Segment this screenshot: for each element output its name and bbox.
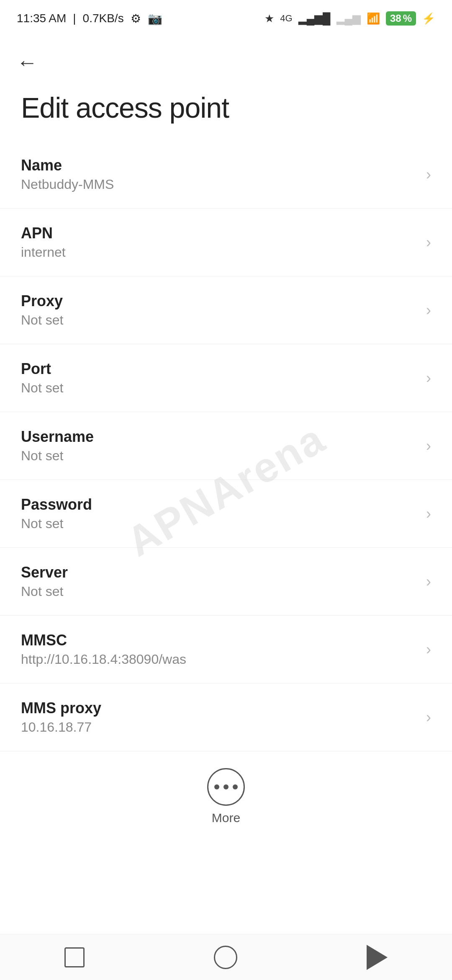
battery-percent: 38 xyxy=(390,13,401,24)
settings-item-title-mmsc: MMSC xyxy=(21,632,418,649)
chevron-right-icon-name: › xyxy=(426,166,431,183)
more-dots-icon xyxy=(214,784,238,789)
nav-home-button[interactable] xyxy=(214,946,237,969)
status-bar: 11:35 AM | 0.7KB/s ⚙ 📷 ★ 4G ▂▄▆█ ▂▄▆ 📶 3… xyxy=(0,0,452,34)
status-right: ★ 4G ▂▄▆█ ▂▄▆ 📶 38 % ⚡ xyxy=(265,11,435,26)
settings-item-title-server: Server xyxy=(21,564,418,581)
more-section: More xyxy=(0,751,452,846)
settings-item-content-apn: APN internet xyxy=(21,224,418,260)
settings-item-content-proxy: Proxy Not set xyxy=(21,292,418,328)
chevron-right-icon-proxy: › xyxy=(426,302,431,319)
signal2-icon: ▂▄▆ xyxy=(336,12,361,25)
data-speed: 0.7KB/s xyxy=(83,12,124,25)
nav-back-button[interactable] xyxy=(367,945,388,970)
settings-item-content-username: Username Not set xyxy=(21,428,418,464)
recents-icon xyxy=(64,947,85,967)
settings-item-content-server: Server Not set xyxy=(21,564,418,599)
settings-item-title-name: Name xyxy=(21,157,418,174)
settings-item-content-password: Password Not set xyxy=(21,496,418,531)
settings-item-content-mmsc: MMSC http://10.16.18.4:38090/was xyxy=(21,632,418,667)
settings-item-title-mms_proxy: MMS proxy xyxy=(21,699,418,717)
nav-recents-button[interactable] xyxy=(64,947,85,967)
settings-item-content-mms_proxy: MMS proxy 10.16.18.77 xyxy=(21,699,418,735)
settings-list: Name Netbuddy-MMS › APN internet › Proxy… xyxy=(0,141,452,751)
settings-item-username[interactable]: Username Not set › xyxy=(0,412,452,480)
settings-item-mmsc[interactable]: MMSC http://10.16.18.4:38090/was › xyxy=(0,616,452,683)
separator: | xyxy=(73,12,76,25)
settings-item-value-apn: internet xyxy=(21,245,418,260)
back-icon xyxy=(367,945,388,970)
settings-icon: ⚙ xyxy=(131,12,141,26)
chevron-right-icon-mms_proxy: › xyxy=(426,709,431,726)
settings-item-name[interactable]: Name Netbuddy-MMS › xyxy=(0,141,452,209)
chevron-right-icon-password: › xyxy=(426,505,431,523)
home-icon xyxy=(214,946,237,969)
camera-icon: 📷 xyxy=(148,12,162,26)
settings-item-mms_proxy[interactable]: MMS proxy 10.16.18.77 › xyxy=(0,683,452,751)
settings-item-proxy[interactable]: Proxy Not set › xyxy=(0,276,452,344)
settings-item-value-mmsc: http://10.16.18.4:38090/was xyxy=(21,652,418,667)
navigation-bar xyxy=(0,934,452,980)
wifi-icon: 📶 xyxy=(367,12,380,25)
back-arrow-icon[interactable]: ← xyxy=(17,51,38,74)
network-4g-icon: 4G xyxy=(280,13,292,24)
settings-item-port[interactable]: Port Not set › xyxy=(0,344,452,412)
settings-item-title-username: Username xyxy=(21,428,418,446)
settings-item-value-server: Not set xyxy=(21,584,418,599)
back-button-area[interactable]: ← xyxy=(0,34,452,83)
settings-item-server[interactable]: Server Not set › xyxy=(0,548,452,616)
page-title: Edit access point xyxy=(0,83,452,141)
settings-item-value-username: Not set xyxy=(21,448,418,464)
time-display: 11:35 AM xyxy=(17,12,66,25)
settings-item-value-proxy: Not set xyxy=(21,312,418,328)
chevron-right-icon-apn: › xyxy=(426,234,431,251)
settings-item-apn[interactable]: APN internet › xyxy=(0,209,452,276)
signal-icon: ▂▄▆█ xyxy=(298,12,331,25)
more-label: More xyxy=(212,811,240,825)
settings-item-content-name: Name Netbuddy-MMS xyxy=(21,157,418,192)
more-button[interactable] xyxy=(207,768,245,806)
chevron-right-icon-port: › xyxy=(426,369,431,387)
battery-indicator: 38 % xyxy=(386,11,416,26)
settings-item-value-mms_proxy: 10.16.18.77 xyxy=(21,720,418,735)
chevron-right-icon-server: › xyxy=(426,573,431,591)
chevron-right-icon-mmsc: › xyxy=(426,641,431,658)
settings-item-title-password: Password xyxy=(21,496,418,513)
settings-item-value-name: Netbuddy-MMS xyxy=(21,177,418,192)
bluetooth-icon: ★ xyxy=(265,12,274,25)
settings-item-value-password: Not set xyxy=(21,516,418,531)
status-left: 11:35 AM | 0.7KB/s ⚙ 📷 xyxy=(17,12,162,26)
settings-item-password[interactable]: Password Not set › xyxy=(0,480,452,548)
chevron-right-icon-username: › xyxy=(426,437,431,455)
settings-item-title-apn: APN xyxy=(21,224,418,242)
settings-item-title-proxy: Proxy xyxy=(21,292,418,310)
settings-item-content-port: Port Not set xyxy=(21,360,418,396)
settings-item-title-port: Port xyxy=(21,360,418,378)
charging-icon: ⚡ xyxy=(422,12,435,25)
settings-item-value-port: Not set xyxy=(21,380,418,396)
